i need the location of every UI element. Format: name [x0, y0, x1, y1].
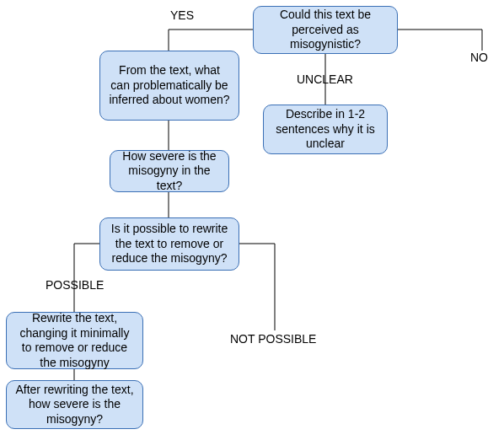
- edges: [0, 0, 504, 440]
- label-unclear: UNCLEAR: [297, 72, 353, 86]
- node-severity-question: How severe is the misogyny in the text?: [110, 150, 229, 192]
- node-text: How severe is the misogyny in the text?: [119, 149, 220, 194]
- edge-label-text: UNCLEAR: [297, 72, 353, 86]
- node-describe-unclear: Describe in 1-2 sentences why it is uncl…: [263, 105, 388, 154]
- label-possible: POSSIBLE: [46, 278, 104, 292]
- node-text: Rewrite the text, changing it minimally …: [15, 311, 134, 370]
- node-text: Describe in 1-2 sentences why it is uncl…: [272, 107, 378, 152]
- edge-label-text: YES: [170, 8, 194, 22]
- node-inferred-question: From the text, what can problematically …: [99, 51, 239, 121]
- edge-label-text: NOT POSSIBLE: [230, 332, 316, 346]
- node-text: Is it possible to rewrite the text to re…: [109, 222, 230, 266]
- node-text: Could this text be perceived as misogyni…: [262, 8, 389, 52]
- node-text: After rewriting the text, how severe is …: [15, 383, 134, 427]
- edge-label-text: POSSIBLE: [46, 278, 104, 292]
- node-text: From the text, what can problematically …: [109, 63, 230, 108]
- label-no: NO: [470, 51, 488, 64]
- node-severity-after-question: After rewriting the text, how severe is …: [6, 380, 143, 429]
- node-rewrite-action: Rewrite the text, changing it minimally …: [6, 312, 143, 369]
- label-yes: YES: [170, 8, 194, 22]
- node-rewrite-possible-question: Is it possible to rewrite the text to re…: [99, 217, 239, 271]
- edge-label-text: NO: [470, 51, 488, 64]
- node-perceived-question: Could this text be perceived as misogyni…: [253, 6, 398, 54]
- flowchart-canvas: Could this text be perceived as misogyni…: [0, 0, 504, 440]
- label-not-possible: NOT POSSIBLE: [230, 332, 316, 346]
